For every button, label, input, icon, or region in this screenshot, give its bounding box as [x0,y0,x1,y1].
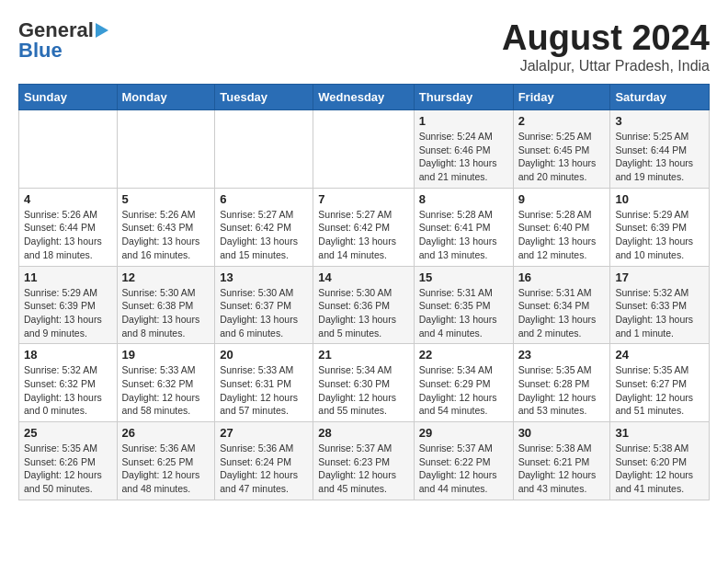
calendar-cell: 21Sunrise: 5:34 AM Sunset: 6:30 PM Dayli… [313,344,414,422]
day-number: 8 [419,192,508,206]
calendar-cell: 17Sunrise: 5:32 AM Sunset: 6:33 PM Dayli… [610,266,710,344]
page-header: General Blue August 2024 Jalalpur, Uttar… [18,18,710,75]
day-info: Sunrise: 5:30 AM Sunset: 6:38 PM Dayligh… [122,286,210,340]
day-number: 2 [518,114,606,128]
day-info: Sunrise: 5:28 AM Sunset: 6:41 PM Dayligh… [419,208,508,262]
day-number: 27 [220,426,308,440]
day-info: Sunrise: 5:27 AM Sunset: 6:42 PM Dayligh… [318,208,408,262]
day-info: Sunrise: 5:28 AM Sunset: 6:40 PM Dayligh… [518,208,606,262]
day-info: Sunrise: 5:37 AM Sunset: 6:22 PM Dayligh… [419,442,508,496]
column-header-wednesday: Wednesday [313,85,414,110]
calendar-cell: 19Sunrise: 5:33 AM Sunset: 6:32 PM Dayli… [117,344,215,422]
calendar-cell: 14Sunrise: 5:30 AM Sunset: 6:36 PM Dayli… [313,266,414,344]
day-info: Sunrise: 5:35 AM Sunset: 6:28 PM Dayligh… [518,363,606,418]
column-header-sunday: Sunday [19,85,118,110]
day-number: 22 [419,348,508,362]
title-area: August 2024 Jalalpur, Uttar Pradesh, Ind… [502,18,710,75]
calendar-week-row: 4Sunrise: 5:26 AM Sunset: 6:44 PM Daylig… [19,188,710,266]
calendar-cell: 30Sunrise: 5:38 AM Sunset: 6:21 PM Dayli… [513,422,610,500]
calendar-cell: 27Sunrise: 5:36 AM Sunset: 6:24 PM Dayli… [215,422,313,500]
calendar-cell: 9Sunrise: 5:28 AM Sunset: 6:40 PM Daylig… [513,188,610,266]
day-number: 5 [122,192,210,206]
day-info: Sunrise: 5:32 AM Sunset: 6:33 PM Dayligh… [615,286,704,340]
column-header-saturday: Saturday [610,85,710,110]
calendar-week-row: 18Sunrise: 5:32 AM Sunset: 6:32 PM Dayli… [19,344,710,422]
calendar-cell: 28Sunrise: 5:37 AM Sunset: 6:23 PM Dayli… [313,422,414,500]
day-info: Sunrise: 5:25 AM Sunset: 6:44 PM Dayligh… [615,130,704,184]
day-info: Sunrise: 5:37 AM Sunset: 6:23 PM Dayligh… [318,442,408,496]
calendar-cell: 10Sunrise: 5:29 AM Sunset: 6:39 PM Dayli… [610,188,710,266]
day-info: Sunrise: 5:26 AM Sunset: 6:44 PM Dayligh… [24,208,112,262]
day-number: 17 [615,270,704,284]
day-number: 14 [318,270,408,284]
day-info: Sunrise: 5:36 AM Sunset: 6:25 PM Dayligh… [122,442,210,496]
day-number: 15 [419,270,508,284]
day-info: Sunrise: 5:24 AM Sunset: 6:46 PM Dayligh… [419,130,508,184]
calendar-cell [215,110,313,189]
calendar-cell: 1Sunrise: 5:24 AM Sunset: 6:46 PM Daylig… [414,110,513,189]
calendar-cell: 13Sunrise: 5:30 AM Sunset: 6:37 PM Dayli… [215,266,313,344]
calendar-header-row: SundayMondayTuesdayWednesdayThursdayFrid… [19,85,710,110]
calendar-cell: 2Sunrise: 5:25 AM Sunset: 6:45 PM Daylig… [513,110,610,189]
calendar-cell: 24Sunrise: 5:35 AM Sunset: 6:27 PM Dayli… [610,344,710,422]
calendar-cell: 29Sunrise: 5:37 AM Sunset: 6:22 PM Dayli… [414,422,513,500]
calendar-cell: 6Sunrise: 5:27 AM Sunset: 6:42 PM Daylig… [215,188,313,266]
calendar-cell: 3Sunrise: 5:25 AM Sunset: 6:44 PM Daylig… [610,110,710,189]
day-info: Sunrise: 5:35 AM Sunset: 6:27 PM Dayligh… [615,363,704,418]
day-number: 30 [518,426,606,440]
calendar-cell [313,110,414,189]
calendar-cell: 8Sunrise: 5:28 AM Sunset: 6:41 PM Daylig… [414,188,513,266]
calendar-cell [117,110,215,189]
logo-arrow-icon [96,23,108,38]
day-info: Sunrise: 5:35 AM Sunset: 6:26 PM Dayligh… [24,442,112,496]
day-info: Sunrise: 5:31 AM Sunset: 6:35 PM Dayligh… [419,286,508,340]
column-header-thursday: Thursday [414,85,513,110]
day-number: 29 [419,426,508,440]
calendar-cell [19,110,118,189]
calendar-week-row: 11Sunrise: 5:29 AM Sunset: 6:39 PM Dayli… [19,266,710,344]
calendar-cell: 23Sunrise: 5:35 AM Sunset: 6:28 PM Dayli… [513,344,610,422]
day-number: 21 [318,348,408,362]
day-number: 6 [220,192,308,206]
day-number: 24 [615,348,704,362]
day-number: 25 [24,426,112,440]
calendar-cell: 15Sunrise: 5:31 AM Sunset: 6:35 PM Dayli… [414,266,513,344]
calendar-cell: 22Sunrise: 5:34 AM Sunset: 6:29 PM Dayli… [414,344,513,422]
calendar-cell: 16Sunrise: 5:31 AM Sunset: 6:34 PM Dayli… [513,266,610,344]
day-info: Sunrise: 5:25 AM Sunset: 6:45 PM Dayligh… [518,130,606,184]
day-info: Sunrise: 5:32 AM Sunset: 6:32 PM Dayligh… [24,363,112,418]
day-info: Sunrise: 5:34 AM Sunset: 6:30 PM Dayligh… [318,363,408,418]
calendar-cell: 26Sunrise: 5:36 AM Sunset: 6:25 PM Dayli… [117,422,215,500]
day-number: 10 [615,192,704,206]
day-info: Sunrise: 5:27 AM Sunset: 6:42 PM Dayligh… [220,208,308,262]
column-header-friday: Friday [513,85,610,110]
day-number: 18 [24,348,112,362]
calendar-cell: 12Sunrise: 5:30 AM Sunset: 6:38 PM Dayli… [117,266,215,344]
day-info: Sunrise: 5:38 AM Sunset: 6:21 PM Dayligh… [518,442,606,496]
day-number: 1 [419,114,508,128]
column-header-monday: Monday [117,85,215,110]
day-info: Sunrise: 5:36 AM Sunset: 6:24 PM Dayligh… [220,442,308,496]
day-number: 31 [615,426,704,440]
day-number: 26 [122,426,210,440]
calendar-table: SundayMondayTuesdayWednesdayThursdayFrid… [18,84,710,500]
day-number: 7 [318,192,408,206]
day-info: Sunrise: 5:30 AM Sunset: 6:37 PM Dayligh… [220,286,308,340]
day-number: 3 [615,114,704,128]
day-number: 4 [24,192,112,206]
day-number: 19 [122,348,210,362]
day-number: 23 [518,348,606,362]
calendar-cell: 25Sunrise: 5:35 AM Sunset: 6:26 PM Dayli… [19,422,118,500]
day-info: Sunrise: 5:33 AM Sunset: 6:31 PM Dayligh… [220,363,308,418]
day-info: Sunrise: 5:31 AM Sunset: 6:34 PM Dayligh… [518,286,606,340]
day-number: 20 [220,348,308,362]
column-header-tuesday: Tuesday [215,85,313,110]
day-number: 11 [24,270,112,284]
calendar-cell: 7Sunrise: 5:27 AM Sunset: 6:42 PM Daylig… [313,188,414,266]
month-year-title: August 2024 [502,18,710,58]
day-number: 12 [122,270,210,284]
calendar-cell: 20Sunrise: 5:33 AM Sunset: 6:31 PM Dayli… [215,344,313,422]
day-number: 28 [318,426,408,440]
calendar-cell: 5Sunrise: 5:26 AM Sunset: 6:43 PM Daylig… [117,188,215,266]
day-info: Sunrise: 5:34 AM Sunset: 6:29 PM Dayligh… [419,363,508,418]
